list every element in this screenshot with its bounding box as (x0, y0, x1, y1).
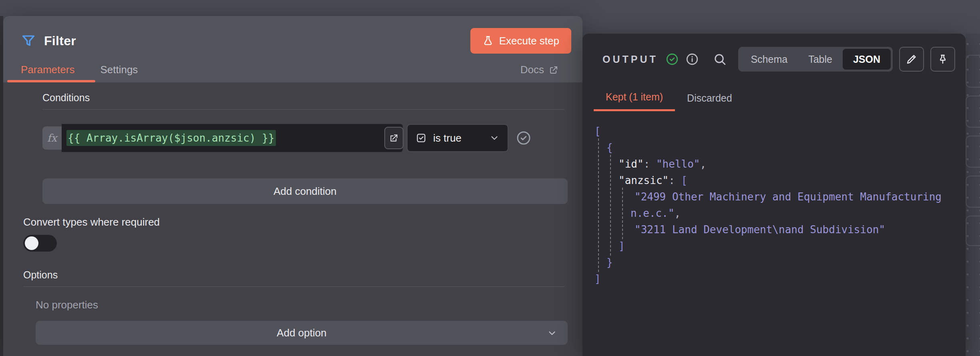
json-line: "2499 Other Machinery and Equipment Manu… (594, 189, 946, 222)
view-mode-json[interactable]: JSON (843, 49, 891, 70)
execute-step-button[interactable]: Execute step (470, 28, 571, 54)
canvas-node-outline (966, 216, 980, 246)
view-mode-switcher: Schema Table JSON (738, 47, 893, 72)
condition-expression-input[interactable]: {{ Array.isArray($json.anzsic) }} (62, 124, 403, 152)
tab-settings[interactable]: Settings (100, 64, 138, 76)
tab-discarded[interactable]: Discarded (675, 85, 744, 111)
json-line: [ (594, 123, 946, 140)
indent-guide (610, 171, 611, 190)
input-panel-edge (0, 16, 3, 356)
search-icon[interactable] (713, 52, 727, 66)
options-label: Options (23, 269, 58, 280)
condition-valid-icon (516, 130, 532, 146)
add-condition-label: Add condition (273, 185, 337, 198)
options-section-header: Options (23, 269, 564, 287)
fx-badge: fx (42, 126, 62, 150)
conditions-label: Conditions (42, 92, 90, 103)
indent-guide (598, 220, 599, 239)
docs-label: Docs (520, 64, 544, 76)
chevron-down-icon (547, 328, 557, 338)
pin-data-button[interactable] (930, 47, 955, 72)
indent-guide (598, 171, 599, 190)
indent-guide (610, 220, 611, 239)
indent-guide (598, 138, 599, 157)
external-link-icon (549, 65, 558, 75)
options-empty-text: No properties (36, 299, 564, 311)
open-expression-editor-button[interactable] (384, 127, 404, 149)
output-header: OUTPUT Schema Table JSON (582, 34, 966, 85)
convert-types-label: Convert types where required (23, 216, 564, 228)
canvas-node-outline (966, 96, 980, 128)
conditions-section-header: Conditions (42, 92, 564, 110)
docs-link[interactable]: Docs (520, 64, 558, 76)
json-line: "anzsic": [ (594, 172, 946, 189)
add-condition-button[interactable]: Add condition (42, 178, 568, 204)
success-check-icon (665, 52, 679, 66)
node-settings-panel: Filter Execute step Parameters Settings … (3, 16, 582, 356)
output-title: OUTPUT (602, 54, 658, 65)
indent-guide (610, 237, 611, 256)
chevron-down-icon (489, 133, 500, 143)
filter-funnel-icon (21, 33, 36, 48)
boolean-checkbox-icon (416, 132, 427, 144)
json-line: "id": "hello", (594, 156, 946, 172)
indent-guide (610, 155, 611, 174)
active-tab-underline (7, 80, 95, 82)
indent-guide (622, 220, 623, 239)
indent-guide (598, 155, 599, 174)
flask-icon (482, 35, 494, 46)
edit-output-button[interactable] (899, 47, 924, 72)
operator-select[interactable]: is true (407, 124, 508, 152)
output-panel: OUTPUT Schema Table JSON Kept (1 item) D… (582, 34, 966, 356)
operator-value: is true (433, 132, 462, 144)
node-header: Filter Execute step Parameters Settings … (3, 16, 582, 82)
indent-guide (622, 188, 623, 223)
json-line: ] (594, 271, 946, 287)
canvas-node-outline (966, 136, 980, 168)
node-title: Filter (44, 34, 76, 48)
json-line: ] (594, 238, 946, 254)
indent-guide (598, 253, 599, 272)
json-code: [{"id": "hello","anzsic": ["2499 Other M… (582, 123, 966, 287)
convert-types-toggle[interactable] (23, 235, 57, 252)
tab-parameters[interactable]: Parameters (21, 64, 74, 76)
json-line: "3211 Land Development\nand Subdivision" (594, 222, 946, 238)
output-branch-tabs: Kept (1 item) Discarded (582, 85, 966, 111)
view-mode-schema[interactable]: Schema (740, 49, 798, 70)
info-icon (685, 52, 699, 66)
indent-guide (598, 237, 599, 256)
condition-row: fx {{ Array.isArray($json.anzsic) }} is … (42, 124, 564, 152)
canvas-node-outline (966, 55, 980, 88)
execute-step-label: Execute step (499, 35, 559, 47)
json-line: { (594, 140, 946, 156)
expression-text: {{ Array.isArray($json.anzsic) }} (66, 130, 276, 146)
toggle-knob (25, 236, 38, 250)
parameters-body: Conditions fx {{ Array.isArray($json.anz… (3, 82, 582, 345)
view-mode-table[interactable]: Table (798, 49, 843, 70)
tab-kept[interactable]: Kept (1 item) (594, 85, 675, 111)
canvas-node-outline (966, 176, 980, 208)
json-line: } (594, 254, 946, 271)
add-option-label: Add option (277, 327, 326, 339)
indent-guide (598, 188, 599, 223)
add-option-button[interactable]: Add option (36, 321, 568, 345)
indent-guide (610, 188, 611, 223)
